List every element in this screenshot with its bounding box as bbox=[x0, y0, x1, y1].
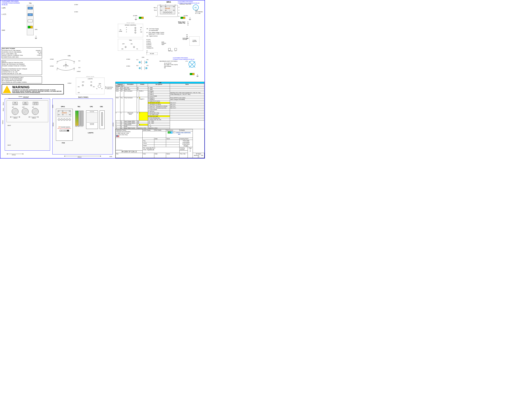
svg-point-9 bbox=[139, 61, 141, 63]
wire-12blk-cb2: 12 BLK bbox=[50, 65, 54, 67]
wire-10grn-1: 10 GRN bbox=[133, 15, 137, 16]
lights-cr1-coil: CR1 bbox=[99, 83, 101, 84]
terminal-l1: L1 bbox=[28, 7, 33, 9]
svg-point-10 bbox=[146, 61, 147, 63]
wire-10grn-2: 10 GRN bbox=[184, 15, 188, 16]
cb1-back-block bbox=[100, 111, 104, 129]
drv-btn-4[interactable] bbox=[66, 118, 68, 121]
dim-150: 150mm bbox=[53, 122, 54, 126]
wire-14blk-2: 14 BLK bbox=[67, 83, 71, 84]
wire-14blk-1: 14 BLK bbox=[77, 71, 81, 72]
relay-terms: 3C3B3A bbox=[187, 21, 189, 26]
gnd-symbol-tb1 bbox=[35, 36, 37, 39]
light-spec: 10 of 3XY97 40 LAMP TYPE F32T8 208-240Va… bbox=[164, 63, 178, 68]
set-lbl: SET bbox=[58, 111, 60, 112]
drv-btn-2[interactable] bbox=[60, 118, 63, 121]
svg-point-3 bbox=[57, 68, 58, 69]
vent-label-1: VENT bbox=[7, 125, 11, 126]
motor-title: LARGEST MOTOR: bbox=[180, 3, 191, 5]
title-block: (Aplication Notes) Designed and assemble… bbox=[115, 129, 205, 158]
lights-back-label: LIGHTS bbox=[88, 132, 93, 134]
light-fixture-lt1 bbox=[189, 61, 195, 67]
front-door-lbl-1: FRONT DOOR bbox=[118, 22, 143, 24]
back-panel: BACK PANEL DRV1 TB1 CR1 CB1 SET⊏⊐⇒FWD 00… bbox=[52, 96, 114, 157]
front-panel: FRONT 315mm 315mm 90mm 40mm FAN OF ON FA… bbox=[2, 96, 50, 155]
lights-ctrl-title: LIGHTS bbox=[76, 78, 104, 80]
drv-btn-1[interactable] bbox=[58, 118, 60, 121]
speed-p1: P bbox=[126, 27, 127, 28]
dim-55: 55mm bbox=[52, 105, 53, 108]
drv-v: V bbox=[179, 9, 179, 11]
gnd-box-lt1: GND bbox=[190, 73, 194, 75]
control-circuit-label: } CONTROL CIRCUIT bbox=[105, 86, 113, 90]
power-title: MAX INPUT POWER bbox=[2, 48, 41, 49]
drv-tl2: T(L2) bbox=[154, 9, 157, 11]
tb1-back-block: GNDGNDL1L2L3 bbox=[75, 111, 85, 129]
terminal-block-tb1: L1 L2 GND bbox=[27, 5, 34, 35]
svg-point-12 bbox=[146, 67, 147, 69]
rev-lbl: REV bbox=[69, 114, 71, 115]
customer-note-top: CUSTOMER PROVIDED CONNECTIONS MARKED IN … bbox=[2, 1, 20, 6]
gnd-box-drv-left: GND bbox=[139, 16, 143, 19]
warning-box: ⚡ WARNING HAZARDOUS VOLTAGE MAY CAUSE DE… bbox=[2, 84, 64, 94]
lights-switch-dial[interactable] bbox=[32, 108, 39, 115]
fan-switch-box: FAN OFF ON CM P1 3 4 bbox=[118, 39, 143, 51]
drv-terminal-list: VR 12V Power Supply for Potentiometer AI… bbox=[146, 28, 164, 53]
back-title: BACK PANEL bbox=[52, 96, 114, 98]
terminal-l2: L2 bbox=[28, 13, 33, 16]
fan-p1: P1 bbox=[136, 48, 138, 49]
run-lbl: RUN bbox=[58, 114, 60, 115]
dim-100-2: 100mm bbox=[32, 117, 36, 119]
terminal-fuse bbox=[28, 20, 33, 22]
dim-90: 90mm bbox=[3, 102, 4, 105]
dim-40: 40mm bbox=[3, 108, 4, 111]
sce-label: SCE bbox=[109, 156, 112, 157]
drv-u: U bbox=[179, 7, 179, 8]
vent-label-2: VENT bbox=[7, 144, 11, 146]
drv-unit: SET⊏⊐⇒FWD 0000 RUN⊏⊐⇒REV LS Industrial S… bbox=[56, 109, 73, 141]
svg-point-1 bbox=[57, 61, 58, 62]
speed-ohm: 1K OHM bbox=[119, 29, 122, 32]
terminal-gnd: GND bbox=[28, 26, 33, 28]
l2-label: L 2 (T) bbox=[2, 13, 6, 15]
drv-btn-5[interactable] bbox=[68, 118, 71, 121]
dim-255: 255mm bbox=[77, 157, 81, 158]
wire-12blk-cr1: 12 BLK bbox=[126, 59, 130, 60]
fan-switch-dial[interactable] bbox=[12, 108, 19, 115]
multi-function-label: Multi Function Input bbox=[162, 41, 166, 45]
drv-g-right: G bbox=[179, 16, 179, 17]
gnd-box-drv-right: GND bbox=[180, 16, 185, 19]
warning-text: HAZARDOUS VOLTAGE MAY CAUSE DEATH OR SER… bbox=[12, 89, 63, 93]
lights-control-box: FRONT DOOR LIGHTS OFF ON 2L1 4L1 2L2 3 4… bbox=[76, 78, 104, 94]
reference-box: DRAWING FOR REFRENCE ONLY. ALL WORK TO B… bbox=[2, 76, 42, 84]
pnp-npn-jumper: PNP NPN V I bbox=[168, 48, 177, 52]
fan-speed-dial[interactable] bbox=[22, 108, 28, 115]
gnd-sym-drv-l bbox=[135, 17, 137, 20]
fan-on-off-label: FAN OF ON bbox=[13, 102, 18, 105]
lights-2l2: 2L2 bbox=[78, 92, 80, 93]
gnd-sym-lt1 bbox=[196, 74, 199, 77]
drv-btn-3[interactable] bbox=[63, 118, 66, 121]
warning-title: WARNING bbox=[12, 85, 63, 89]
fan-off: OFF bbox=[122, 43, 125, 45]
input-labels: L1(R) L 2 (T) GND bbox=[2, 6, 6, 36]
svg-point-4 bbox=[74, 68, 75, 69]
fan-on: ON bbox=[131, 43, 133, 45]
wire-12blk-cb1: 12 BLK bbox=[50, 59, 54, 60]
cb1-rating: 10A [D-Curve] bbox=[63, 64, 68, 66]
c100-title: C100 bbox=[115, 82, 204, 84]
fwd-lbl: FWD bbox=[69, 111, 71, 112]
front-door-lbl-2: FRONT DOOR bbox=[76, 76, 104, 77]
dial-60-2: 60° bbox=[32, 107, 34, 108]
svg-point-2 bbox=[74, 61, 75, 62]
motor-spec: 3HP 208-230VAC 8.7-7.8A bbox=[195, 9, 203, 14]
cb1-back-label: CB1 bbox=[100, 106, 103, 107]
cr1-label: CR1 bbox=[136, 56, 150, 58]
lights-terms: 2T1 4T2 bbox=[86, 124, 98, 125]
warning-triangle-icon: ⚡ bbox=[2, 85, 12, 93]
lt1-label: LT1 bbox=[186, 60, 188, 62]
drv-rl1: R(L1) bbox=[154, 7, 157, 8]
speed-p2: P bbox=[126, 29, 127, 30]
drv-g-left: G bbox=[156, 16, 157, 17]
note-box: NOTE: BRANCH CIRCUIT PROTECTION SHALL BE… bbox=[2, 60, 42, 75]
